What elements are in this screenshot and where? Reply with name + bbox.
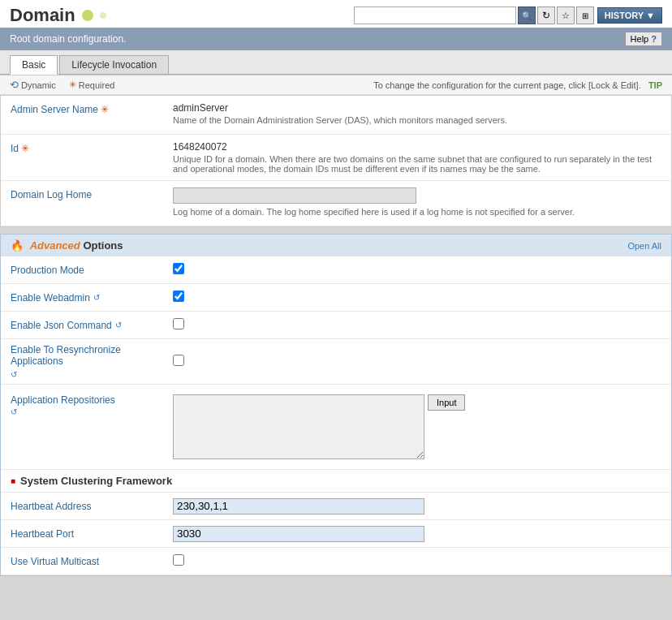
dynamic-icon: ⟲ (10, 79, 19, 91)
repos-value: Input (163, 390, 671, 464)
form-section: Admin Server Name ✳ adminServer Name of … (0, 95, 672, 227)
resync-value (163, 350, 671, 373)
id-label: Id ✳ (1, 135, 163, 180)
log-home-input[interactable] (173, 187, 416, 204)
heartbeat-address-input[interactable] (173, 498, 424, 515)
tip-area: To change the configuration for the curr… (373, 80, 662, 90)
repos-textarea[interactable] (173, 394, 424, 459)
required-icon: ✳ (69, 80, 76, 90)
adv-row-repos: Application Repositories ↺ Input (1, 385, 671, 470)
search-input[interactable] (354, 6, 516, 24)
production-mode-label: Production Mode (1, 260, 163, 281)
heartbeat-address-value (163, 493, 671, 519)
history-arrow: ▼ (646, 11, 655, 20)
required-legend: ✳ Required (69, 80, 115, 90)
dot-decoration (82, 10, 93, 21)
dynamic-legend: ⟲ Dynamic (10, 79, 56, 91)
adv-row-json: Enable Json Command ↺ (1, 312, 671, 339)
log-home-desc: Log home of a domain. The log home speci… (173, 207, 661, 217)
heartbeat-port-label: Heartbeat Port (1, 523, 163, 545)
admin-server-val: adminServer (173, 102, 661, 114)
admin-server-desc: Name of the Domain Administration Server… (173, 115, 661, 125)
tip-label: TIP (648, 80, 662, 90)
id-val: 1648240072 (173, 141, 661, 153)
webadmin-sync-icon[interactable]: ↺ (93, 293, 100, 302)
heartbeat-port-value (163, 521, 671, 547)
json-label: Enable Json Command ↺ (1, 315, 163, 336)
admin-server-value: adminServer Name of the Domain Administr… (163, 96, 671, 134)
id-required-star: ✳ (21, 143, 29, 154)
json-checkbox[interactable] (173, 318, 184, 329)
history-label: HISTORY (605, 11, 644, 20)
resync-label: Enable To Resynchronize Applications ↺ (1, 339, 163, 384)
advanced-italic: Advanced (30, 239, 80, 252)
refresh-button[interactable]: ↻ (537, 6, 555, 24)
form-row-log-home: Domain Log Home Log home of a domain. Th… (1, 181, 671, 226)
subheader-text: Root domain configuration. (10, 33, 126, 45)
help-label: Help (631, 34, 649, 44)
subheader: Root domain configuration. Help ? (0, 28, 672, 50)
json-value (163, 313, 671, 337)
bookmark-button[interactable]: ☆ (557, 6, 575, 24)
resync-checkbox[interactable] (173, 355, 184, 366)
adv-row-virtual-multicast: Use Virtual Multicast (1, 548, 671, 575)
virtual-multicast-label: Use Virtual Multicast (1, 551, 163, 572)
legend-bar: ⟲ Dynamic ✳ Required To change the confi… (0, 75, 672, 95)
domain-title: Domain (10, 5, 75, 26)
options-word: Options (83, 239, 123, 252)
resync-sync-icon[interactable]: ↺ (11, 370, 17, 379)
webadmin-value (163, 286, 671, 309)
clustering-icon: ■ (11, 476, 15, 485)
external-button[interactable]: ⊞ (576, 6, 594, 24)
help-button[interactable]: Help ? (625, 32, 662, 46)
open-all-link[interactable]: Open All (627, 241, 661, 251)
id-value: 1648240072 Unique ID for a domain. When … (163, 135, 671, 180)
search-area: 🔍 ↻ ☆ ⊞ (354, 6, 594, 24)
repos-label: Application Repositories ↺ (1, 390, 163, 422)
form-row-id: Id ✳ 1648240072 Unique ID for a domain. … (1, 135, 671, 181)
heartbeat-port-input[interactable] (173, 526, 424, 542)
clustering-title: System Clustering Framework (20, 475, 172, 487)
advanced-form: Production Mode Enable Webadmin ↺ Enable… (0, 256, 672, 576)
header-right: 🔍 ↻ ☆ ⊞ HISTORY ▼ (354, 6, 662, 24)
adv-row-hb-address: Heartbeat Address (1, 493, 671, 520)
advanced-title: 🔥 Advanced Options (11, 239, 123, 252)
required-star: ✳ (101, 104, 109, 115)
id-desc: Unique ID for a domain. When there are t… (173, 154, 660, 174)
dot-decoration2 (100, 12, 106, 19)
json-sync-icon[interactable]: ↺ (115, 321, 122, 329)
admin-server-label: Admin Server Name ✳ (1, 96, 163, 134)
heartbeat-address-label: Heartbeat Address (1, 496, 163, 517)
header-left: Domain (10, 5, 106, 26)
required-label: Required (79, 80, 115, 90)
history-button[interactable]: HISTORY ▼ (597, 7, 662, 24)
search-button[interactable]: 🔍 (518, 6, 536, 24)
tab-basic[interactable]: Basic (10, 55, 58, 75)
form-row-admin-server: Admin Server Name ✳ adminServer Name of … (1, 96, 671, 135)
virtual-multicast-value (163, 549, 671, 573)
adv-row-production: Production Mode (1, 256, 671, 284)
webadmin-label: Enable Webadmin ↺ (1, 287, 163, 308)
advanced-header: 🔥 Advanced Options Open All (0, 234, 672, 256)
log-home-value: Log home of a domain. The log home speci… (163, 181, 671, 226)
log-home-label: Domain Log Home (1, 181, 163, 226)
webadmin-checkbox[interactable] (173, 291, 184, 302)
flame-icon: 🔥 (11, 239, 24, 252)
repos-sync-icon[interactable]: ↺ (11, 407, 17, 416)
adv-row-resync: Enable To Resynchronize Applications ↺ (1, 339, 671, 385)
dynamic-label: Dynamic (21, 80, 56, 90)
tip-text: To change the configuration for the curr… (373, 80, 641, 90)
tab-lifecycle[interactable]: Lifecycle Invocation (59, 55, 169, 74)
production-mode-value (163, 258, 671, 282)
virtual-multicast-checkbox[interactable] (173, 554, 184, 566)
legend-left: ⟲ Dynamic ✳ Required (10, 79, 114, 91)
adv-row-hb-port: Heartbeat Port (1, 520, 671, 548)
tabs-container: Basic Lifecycle Invocation (0, 50, 672, 75)
help-icon: ? (651, 34, 657, 44)
clustering-header: ■ System Clustering Framework (1, 470, 671, 493)
input-button[interactable]: Input (428, 394, 465, 411)
header: Domain 🔍 ↻ ☆ ⊞ HISTORY ▼ Root domain con… (0, 0, 672, 75)
production-mode-checkbox[interactable] (173, 263, 184, 274)
adv-row-webadmin: Enable Webadmin ↺ (1, 284, 671, 312)
